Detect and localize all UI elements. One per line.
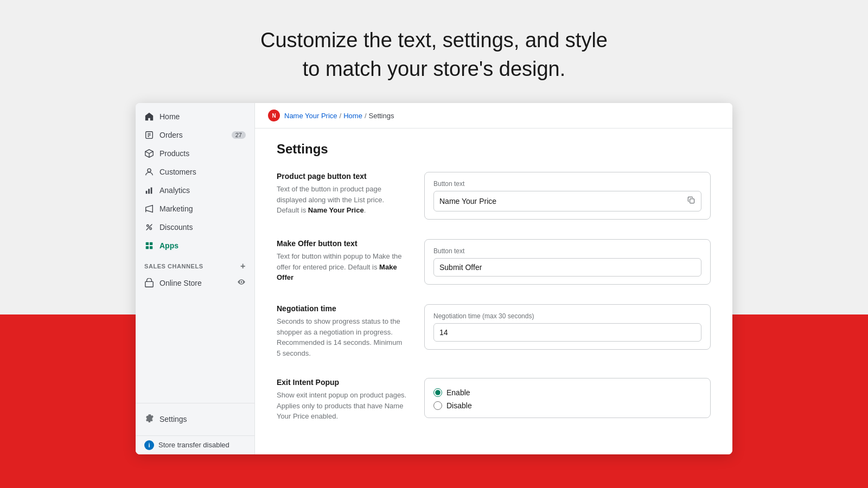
input-wrapper-product-button: [433, 191, 701, 211]
svg-rect-15: [146, 242, 149, 245]
orders-badge: 27: [232, 131, 246, 139]
radio-enable-input[interactable]: [433, 388, 442, 397]
svg-rect-9: [148, 189, 150, 194]
customers-icon: [144, 167, 154, 177]
sidebar-item-analytics[interactable]: Analytics: [136, 181, 254, 200]
app-logo-icon: N: [268, 110, 280, 121]
headline-line2: to match your store's design.: [303, 57, 566, 80]
store-transfer-bar: i Store transfer disabled: [136, 435, 254, 454]
svg-text:N: N: [272, 113, 276, 119]
input-card-negotiation-time: Negotiation time (max 30 seconds): [424, 304, 711, 350]
products-icon: [144, 149, 154, 158]
store-transfer-label: Store transfer disabled: [158, 441, 229, 449]
home-icon: [144, 112, 154, 121]
input-card-exit-intent: Enable Disable: [424, 378, 711, 418]
breadcrumb-settings: Settings: [369, 112, 394, 120]
breadcrumb-home[interactable]: Home: [343, 112, 362, 120]
negotiation-time-input[interactable]: [433, 323, 701, 342]
setting-input-negotiation-time: Negotiation time (max 30 seconds): [424, 304, 711, 350]
input-label-negotiation-time: Negotiation time (max 30 seconds): [433, 312, 701, 320]
apps-icon: [144, 241, 154, 251]
setting-desc-make-offer: Text for button within popup to Make the…: [277, 251, 407, 283]
setting-input-exit-intent: Enable Disable: [424, 378, 711, 418]
settings-gear-icon: [144, 414, 154, 425]
setting-input-make-offer: Button text: [424, 239, 711, 285]
headline-text: Customize the text, settings, and style …: [0, 26, 868, 84]
sidebar-item-products[interactable]: Products: [136, 144, 254, 163]
setting-label-negotiation-time: Negotiation time Seconds to show progres…: [277, 304, 407, 358]
add-sales-channel-button[interactable]: +: [240, 261, 246, 271]
sidebar-label-orders: Orders: [159, 131, 183, 139]
settings-content: Settings Product page button text Text o…: [255, 129, 732, 454]
topbar: N Name Your Price / Home / Settings: [255, 103, 732, 129]
copy-icon[interactable]: [681, 191, 701, 211]
sidebar-label-home: Home: [159, 112, 180, 121]
setting-row-negotiation-time: Negotiation time Seconds to show progres…: [277, 304, 711, 358]
svg-rect-19: [145, 281, 153, 287]
svg-rect-8: [146, 191, 148, 194]
input-card-product-button: Button text: [424, 172, 711, 220]
sales-channels-label: SALES CHANNELS: [144, 263, 203, 269]
setting-label-exit-intent: Exit Intent Popup Show exit intent popup…: [277, 378, 407, 422]
sidebar-settings-item[interactable]: Settings: [144, 410, 246, 429]
sidebar-item-marketing[interactable]: Marketing: [136, 200, 254, 218]
sidebar-label-apps: Apps: [159, 241, 178, 250]
setting-input-product-button: Button text: [424, 172, 711, 220]
svg-rect-10: [151, 188, 152, 194]
svg-point-13: [150, 228, 152, 230]
breadcrumb-sep2: /: [365, 112, 367, 120]
marketing-icon: [144, 204, 154, 214]
exit-intent-radio-group: Enable Disable: [433, 388, 701, 410]
setting-title-product-button: Product page button text: [277, 172, 407, 181]
analytics-icon: [144, 185, 154, 195]
store-transfer-info-icon: i: [144, 440, 154, 450]
radio-enable-label: Enable: [446, 388, 470, 397]
svg-point-7: [148, 169, 151, 172]
main-content: N Name Your Price / Home / Settings Sett…: [255, 103, 732, 454]
setting-desc-product-button: Text of the button in product page displ…: [277, 184, 407, 216]
shopify-admin-window: Home Orders 27 Products: [136, 103, 732, 454]
sidebar: Home Orders 27 Products: [136, 103, 255, 454]
setting-desc-negotiation-time: Seconds to show progress status to the s…: [277, 316, 407, 358]
discounts-icon: [144, 222, 154, 232]
breadcrumb-app-name[interactable]: Name Your Price: [284, 112, 337, 120]
headline-area: Customize the text, settings, and style …: [0, 0, 868, 103]
breadcrumb: Name Your Price / Home / Settings: [284, 112, 394, 120]
online-store-eye-icon: [237, 278, 246, 288]
svg-rect-16: [150, 242, 152, 245]
settings-label: Settings: [159, 415, 187, 423]
sales-channels-header: SALES CHANNELS +: [136, 255, 254, 273]
sidebar-item-discounts[interactable]: Discounts: [136, 218, 254, 236]
svg-rect-17: [146, 246, 149, 249]
sidebar-label-products: Products: [159, 149, 189, 158]
svg-point-12: [147, 225, 149, 227]
sidebar-bottom: Settings: [136, 403, 254, 435]
setting-title-negotiation-time: Negotiation time: [277, 304, 407, 313]
setting-row-make-offer: Make Offer button text Text for button w…: [277, 239, 711, 285]
sidebar-nav: Home Orders 27 Products: [136, 103, 254, 403]
make-offer-text-input[interactable]: [433, 258, 701, 277]
svg-rect-22: [690, 199, 694, 203]
setting-default-product-button: Name Your Price: [308, 206, 364, 214]
radio-enable[interactable]: Enable: [433, 388, 701, 397]
setting-row-product-button: Product page button text Text of the but…: [277, 172, 711, 220]
radio-disable-label: Disable: [446, 401, 472, 410]
setting-label-product-button: Product page button text Text of the but…: [277, 172, 407, 216]
sidebar-label-online-store: Online Store: [159, 279, 202, 287]
svg-line-5: [145, 152, 149, 154]
sidebar-label-analytics: Analytics: [159, 186, 190, 195]
sidebar-item-home[interactable]: Home: [136, 107, 254, 126]
sidebar-item-online-store[interactable]: Online Store: [136, 273, 254, 292]
radio-disable[interactable]: Disable: [433, 401, 701, 410]
input-card-make-offer: Button text: [424, 239, 711, 285]
page-title: Settings: [277, 142, 711, 157]
product-button-text-input[interactable]: [434, 192, 681, 210]
setting-desc-exit-intent: Show exit intent popup on product pages.…: [277, 390, 407, 422]
sidebar-item-customers[interactable]: Customers: [136, 163, 254, 181]
sidebar-item-orders[interactable]: Orders 27: [136, 126, 254, 144]
svg-rect-18: [150, 246, 152, 249]
radio-disable-input[interactable]: [433, 401, 442, 410]
headline-line1: Customize the text, settings, and style: [260, 29, 608, 52]
sidebar-item-apps[interactable]: Apps: [136, 236, 254, 255]
setting-title-exit-intent: Exit Intent Popup: [277, 378, 407, 387]
